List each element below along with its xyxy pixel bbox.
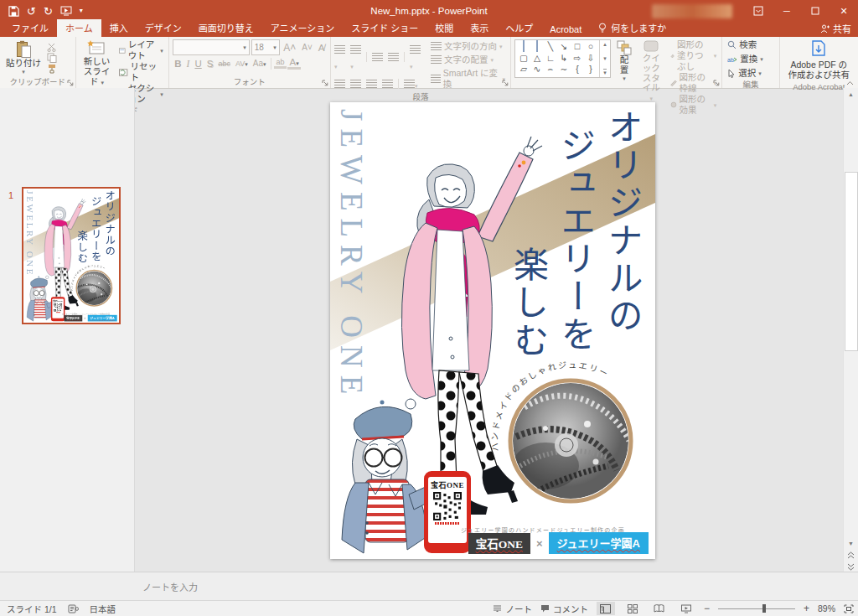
tab-help[interactable]: ヘルプ <box>497 19 541 37</box>
increase-font-icon[interactable]: A˄ <box>282 42 298 54</box>
change-case-button[interactable]: Aa▾ <box>251 59 268 68</box>
zoom-slider[interactable] <box>718 603 795 614</box>
shape-round-rect-icon[interactable]: ▢ <box>517 53 530 65</box>
paste-button[interactable]: 貼り付け ▾ <box>3 39 44 76</box>
shapes-scroll-down-icon[interactable]: ▾ <box>603 55 607 62</box>
slide-sorter-view-button[interactable] <box>623 602 642 615</box>
shape-rect-icon[interactable]: □ <box>571 41 584 53</box>
slide-title-vertical[interactable]: オリジナルの ジュエリーを 楽しむ <box>75 190 116 264</box>
ribbon-display-options-icon[interactable] <box>744 0 773 22</box>
collapse-ribbon-icon[interactable] <box>846 80 854 85</box>
undo-icon[interactable]: ↺ <box>27 6 36 17</box>
zoom-level[interactable]: 89% <box>818 603 835 613</box>
shapes-scroll-up-icon[interactable]: ▴ <box>603 41 607 48</box>
shapes-more-icon[interactable]: ▾ <box>603 69 607 76</box>
find-button[interactable]: 検索 <box>726 39 775 50</box>
numbering-button[interactable]: ▾ <box>350 42 361 72</box>
font-color-button[interactable]: A▾ <box>287 57 301 70</box>
clear-formatting-icon[interactable]: A̸ <box>316 43 327 53</box>
text-shadow-button[interactable]: S <box>204 59 215 69</box>
logo-row[interactable]: 宝石ONE × ジュエリー学園A <box>64 315 116 322</box>
align-text-button[interactable]: 文字の配置▾ <box>429 54 507 65</box>
bold-button[interactable]: B <box>173 59 183 69</box>
replace-button[interactable]: ab置換▾ <box>726 54 775 65</box>
slide[interactable]: JEWELRY ONE <box>330 102 655 559</box>
zoom-slider-thumb[interactable] <box>762 604 766 613</box>
font-size-combo[interactable]: 18▾ <box>251 39 280 55</box>
tab-acrobat[interactable]: Acrobat <box>541 23 590 37</box>
paragraph-dialog-launcher[interactable] <box>502 80 509 86</box>
shape-brace-r-icon[interactable]: } <box>584 64 597 75</box>
shape-freeform-icon[interactable]: ▱ <box>517 64 530 75</box>
format-painter-icon[interactable] <box>47 64 58 74</box>
shape-oval-icon[interactable]: ○ <box>584 41 597 53</box>
vertical-scrollbar[interactable]: ▲ ▼ <box>843 88 858 572</box>
tab-transitions[interactable]: 画面切り替え <box>190 19 262 37</box>
shape-block-down-icon[interactable]: ⇩ <box>584 53 597 65</box>
shape-fill-button[interactable]: 図形の塗りつぶし▾ <box>669 39 719 72</box>
drawing-dialog-launcher[interactable] <box>713 80 720 86</box>
close-button[interactable]: ✕ <box>830 0 858 22</box>
logo-row[interactable]: 宝石ONE × ジュエリー学園A <box>468 532 649 554</box>
select-button[interactable]: 選択▾ <box>726 68 775 79</box>
slide-title-vertical[interactable]: オリジナルの ジュエリーを 楽しむ <box>504 109 645 360</box>
bullets-button[interactable]: ▾ <box>334 42 345 72</box>
scrollbar-thumb[interactable] <box>845 172 858 351</box>
text-direction-button[interactable]: 文字列の方向▾ <box>429 41 507 52</box>
shape-elbow-icon[interactable]: ∟ <box>544 53 557 65</box>
italic-button[interactable]: I <box>184 59 192 69</box>
tell-me-box[interactable]: 何をしますか <box>590 19 675 37</box>
notes-placeholder[interactable]: ノートを入力 <box>142 580 198 593</box>
maximize-button[interactable] <box>801 0 830 22</box>
scroll-up-icon[interactable]: ▲ <box>844 88 858 100</box>
decrease-indent-icon[interactable] <box>372 49 383 65</box>
tab-file[interactable]: ファイル <box>3 19 57 37</box>
tab-home[interactable]: ホーム <box>57 19 101 37</box>
slide[interactable]: JEWELRY ONE <box>23 189 119 323</box>
accessibility-checker-icon[interactable] <box>68 604 79 613</box>
redo-icon[interactable]: ↻ <box>44 6 53 17</box>
cut-icon[interactable] <box>47 43 58 52</box>
fit-to-window-icon[interactable] <box>844 604 854 613</box>
comments-toggle[interactable]: コメント <box>540 603 588 615</box>
clipboard-dialog-launcher[interactable] <box>67 80 74 86</box>
underline-button[interactable]: U <box>193 59 204 69</box>
shape-text-h-icon[interactable] <box>517 41 530 53</box>
zoom-in-button[interactable]: + <box>804 603 809 614</box>
shape-arrow-icon[interactable]: ↘ <box>557 41 571 53</box>
tab-design[interactable]: デザイン <box>137 19 190 37</box>
notes-pane[interactable]: ノートを入力 <box>0 572 858 601</box>
share-button[interactable]: 共有 <box>820 22 851 35</box>
tab-animations[interactable]: アニメーション <box>262 19 344 37</box>
shape-triangle-icon[interactable]: △ <box>530 53 544 65</box>
slide-editor-canvas[interactable]: JEWELRY ONE <box>134 88 844 572</box>
tab-view[interactable]: 表示 <box>462 19 497 37</box>
line-spacing-button[interactable]: ▾ <box>410 42 421 72</box>
save-icon[interactable] <box>8 6 19 17</box>
slide-thumbnail[interactable]: JEWELRY ONE <box>22 187 121 324</box>
notes-toggle[interactable]: ノート <box>493 603 532 615</box>
layout-button[interactable]: レイアウト▾ <box>117 39 165 61</box>
tab-insert[interactable]: 挿入 <box>101 19 137 37</box>
user-account-blurred[interactable] <box>652 4 732 18</box>
previous-slide-button[interactable] <box>844 550 858 561</box>
language-indicator[interactable]: 日本語 <box>90 603 116 615</box>
shape-line-icon[interactable]: ╲ <box>544 41 557 53</box>
highlight-color-button[interactable]: ab <box>274 58 287 69</box>
font-dialog-launcher[interactable] <box>322 80 328 86</box>
zoom-out-button[interactable]: − <box>704 603 710 614</box>
qat-customize-icon[interactable]: ▾ <box>80 8 83 14</box>
reset-button[interactable]: リセット <box>117 61 165 83</box>
strikethrough-button[interactable]: abc <box>216 60 233 68</box>
character-spacing-button[interactable]: AV▾ <box>233 60 250 68</box>
slideshow-view-button[interactable] <box>677 602 695 615</box>
minimize-button[interactable]: ─ <box>773 0 801 22</box>
normal-view-button[interactable] <box>597 602 615 615</box>
reading-view-button[interactable] <box>650 602 669 615</box>
create-adobe-pdf-button[interactable]: Adobe PDF の作成および共有 <box>786 39 853 81</box>
shape-scribble-icon[interactable]: ∿ <box>530 64 544 75</box>
decrease-font-icon[interactable]: A˅ <box>300 43 315 52</box>
scroll-down-icon[interactable]: ▼ <box>844 537 858 549</box>
increase-indent-icon[interactable] <box>388 49 399 65</box>
shape-brace-l-icon[interactable]: { <box>571 64 584 75</box>
